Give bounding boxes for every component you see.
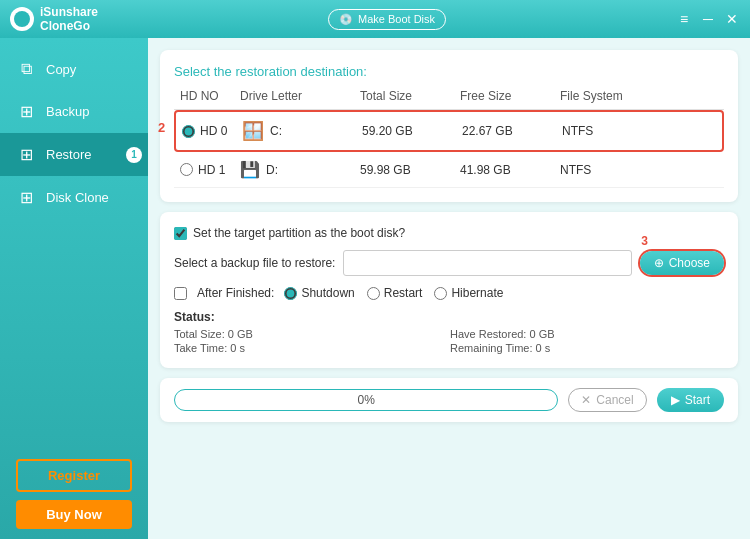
after-finished-row: After Finished: Shutdown Restart Hiberna… [174,286,724,300]
col-hdno: HD NO [180,89,240,103]
destination-title: Select the restoration destination: [174,64,724,79]
hd0-free: 22.67 GB [462,124,562,138]
app-title: iSunshare CloneGo [40,5,98,34]
backup-file-input[interactable] [343,250,631,276]
cancel-label: Cancel [596,393,633,407]
sidebar-item-copy-label: Copy [46,62,76,77]
col-drive: Drive Letter [240,89,360,103]
sidebar: ⧉ Copy ⊞ Backup ⊞ Restore 1 ⊞ Disk Clone… [0,38,148,539]
hd0-drive-cell: 🪟 C: [242,120,362,142]
play-icon: ▶ [671,393,680,407]
register-button[interactable]: Register [16,459,132,492]
content-area: Select the restoration destination: HD N… [148,38,750,539]
restore-options-card: Set the target partition as the boot dis… [160,212,738,368]
hd1-letter: D: [266,163,278,177]
status-section: Status: Total Size: 0 GB Have Restored: … [174,310,724,354]
start-button[interactable]: ▶ Start [657,388,724,412]
app-info: iSunshare CloneGo [10,5,98,34]
make-boot-disk-button[interactable]: 💿 Make Boot Disk [328,9,446,30]
boot-disk-checkbox[interactable] [174,227,187,240]
restore-icon: ⊞ [16,145,36,164]
status-grid: Total Size: 0 GB Have Restored: 0 GB Tak… [174,328,724,354]
choose-button[interactable]: ⊕ Choose [640,251,724,275]
restart-option[interactable]: Restart [367,286,423,300]
file-restore-row: Select a backup file to restore: 3 ⊕ Cho… [174,250,724,276]
remaining-time-status: Remaining Time: 0 s [450,342,724,354]
hd0-total: 59.20 GB [362,124,462,138]
sidebar-bottom: Register Buy Now [0,449,148,539]
sidebar-item-backup-label: Backup [46,104,89,119]
sidebar-item-restore[interactable]: ⊞ Restore 1 [0,133,148,176]
minimize-icon[interactable]: ─ [700,11,716,27]
table-row[interactable]: 2 HD 0 🪟 C: 59.20 GB 22.67 GB NTFS [174,110,724,152]
hd1-drive-cell: 💾 D: [240,160,360,179]
progress-card: 0% ✕ Cancel ▶ Start [160,378,738,422]
hd1-fs: NTFS [560,163,660,177]
col-fs: File System [560,89,660,103]
status-title: Status: [174,310,724,324]
cancel-button[interactable]: ✕ Cancel [568,388,646,412]
hd0-fs: NTFS [562,124,662,138]
hd1-free: 41.98 GB [460,163,560,177]
hd0-radio[interactable] [182,125,195,138]
buynow-button[interactable]: Buy Now [16,500,132,529]
hd1-total: 59.98 GB [360,163,460,177]
boot-disk-label: Set the target partition as the boot dis… [193,226,405,240]
hd1-radio-label[interactable]: HD 1 [180,163,240,177]
disk-icon: 💿 [339,13,353,26]
shutdown-radio[interactable] [284,287,297,300]
window-controls: ≡ ─ ✕ [676,11,740,27]
choose-label: Choose [669,256,710,270]
progress-bar-wrap: 0% [174,389,558,411]
copy-icon: ⧉ [16,60,36,78]
hd1-label: HD 1 [198,163,225,177]
take-time-status: Take Time: 0 s [174,342,448,354]
windows-icon: 🪟 [242,120,264,142]
file-restore-label: Select a backup file to restore: [174,256,335,270]
main-layout: ⧉ Copy ⊞ Backup ⊞ Restore 1 ⊞ Disk Clone… [0,38,750,539]
progress-percent: 0% [357,393,374,407]
shutdown-option[interactable]: Shutdown [284,286,354,300]
hibernate-radio[interactable] [434,287,447,300]
sidebar-item-backup[interactable]: ⊞ Backup [0,90,148,133]
step2-badge: 2 [158,120,165,135]
sidebar-item-diskclone[interactable]: ⊞ Disk Clone [0,176,148,219]
hd-icon: 💾 [240,160,260,179]
have-restored-status: Have Restored: 0 GB [450,328,724,340]
close-icon[interactable]: ✕ [724,11,740,27]
x-icon: ✕ [581,393,591,407]
hd0-label: HD 0 [200,124,227,138]
hibernate-option[interactable]: Hibernate [434,286,503,300]
restart-radio[interactable] [367,287,380,300]
table-row[interactable]: HD 1 💾 D: 59.98 GB 41.98 GB NTFS [174,152,724,188]
col-free: Free Size [460,89,560,103]
table-header: HD NO Drive Letter Total Size Free Size … [174,89,724,110]
diskclone-icon: ⊞ [16,188,36,207]
after-finished-checkbox[interactable] [174,287,187,300]
backup-icon: ⊞ [16,102,36,121]
menu-icon[interactable]: ≡ [676,11,692,27]
sidebar-item-copy[interactable]: ⧉ Copy [0,48,148,90]
sidebar-item-diskclone-label: Disk Clone [46,190,109,205]
start-label: Start [685,393,710,407]
finish-radio-group: Shutdown Restart Hibernate [284,286,503,300]
sidebar-item-restore-label: Restore [46,147,92,162]
hd0-letter: C: [270,124,282,138]
total-size-status: Total Size: 0 GB [174,328,448,340]
col-total: Total Size [360,89,460,103]
after-finished-label: After Finished: [197,286,274,300]
restore-step-badge: 1 [126,147,142,163]
hd0-radio-label[interactable]: HD 0 [182,124,242,138]
plus-icon: ⊕ [654,256,664,270]
title-bar: iSunshare CloneGo 💿 Make Boot Disk ≡ ─ ✕ [0,0,750,38]
step3-badge: 3 [641,234,648,248]
hd1-radio[interactable] [180,163,193,176]
app-logo [10,7,34,31]
destination-card: Select the restoration destination: HD N… [160,50,738,202]
